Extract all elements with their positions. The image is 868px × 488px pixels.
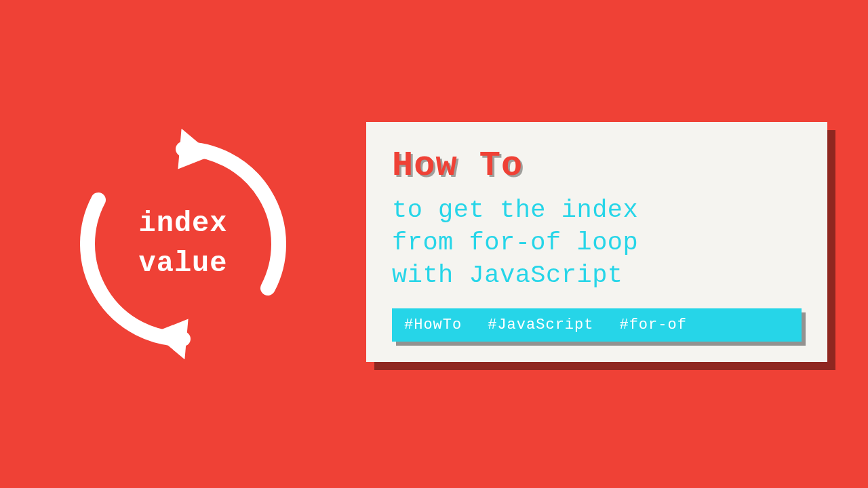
card-title: How To	[392, 146, 802, 186]
info-card: How To to get the index from for-of loop…	[366, 122, 827, 362]
cycle-graphic: index value	[68, 129, 298, 359]
card-subtitle: to get the index from for-of loop with J…	[392, 194, 802, 291]
tag-forof: #for-of	[619, 317, 686, 333]
cycle-text-line1: index	[138, 204, 227, 244]
tag-howto: #HowTo	[404, 317, 462, 333]
cycle-text: index value	[138, 204, 227, 284]
cycle-text-line2: value	[138, 244, 227, 284]
tags-bar: #HowTo #JavaScript #for-of	[392, 308, 802, 342]
tag-javascript: #JavaScript	[488, 317, 593, 333]
